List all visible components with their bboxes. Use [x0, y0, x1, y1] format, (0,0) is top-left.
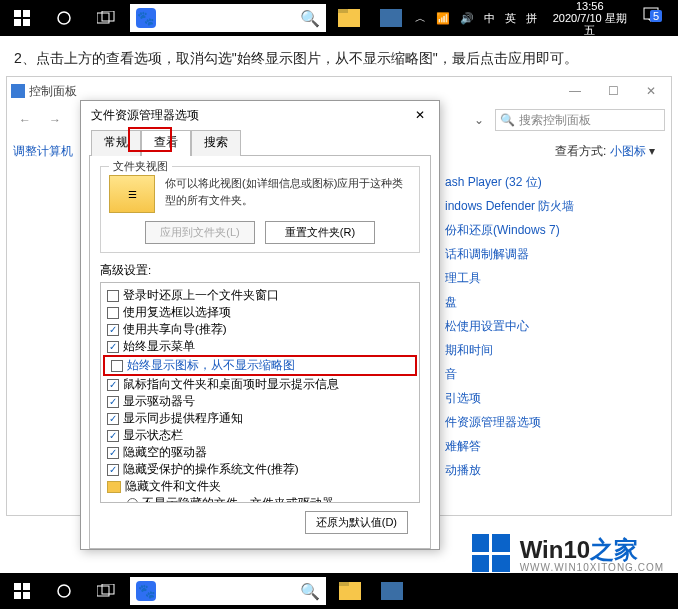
- cp-item[interactable]: 难解答: [445, 434, 665, 458]
- search-provider-icon: 🐾: [136, 8, 156, 28]
- checkbox[interactable]: [107, 379, 119, 391]
- settings-item-label: 使用复选框以选择项: [123, 305, 231, 320]
- brand-main: Win10: [520, 536, 590, 563]
- cp-item[interactable]: 期和时间: [445, 338, 665, 362]
- settings-item[interactable]: 隐藏受保护的操作系统文件(推荐): [103, 461, 417, 478]
- address-dropdown[interactable]: ⌄: [469, 113, 489, 127]
- cortana-button[interactable]: [46, 573, 82, 609]
- checkbox[interactable]: [107, 464, 119, 476]
- cp-item[interactable]: 盘: [445, 290, 665, 314]
- settings-item[interactable]: 显示同步提供程序通知: [103, 410, 417, 427]
- taskbar-search[interactable]: 🐾 🔍: [130, 4, 326, 32]
- task-view-button[interactable]: [88, 0, 124, 36]
- search-provider-icon: 🐾: [136, 581, 156, 601]
- tab-search[interactable]: 搜索: [191, 130, 241, 156]
- cp-item-label: ash Player (32 位): [445, 174, 542, 191]
- settings-item[interactable]: 隐藏空的驱动器: [103, 444, 417, 461]
- start-button[interactable]: [4, 573, 40, 609]
- settings-item[interactable]: 鼠标指向文件夹和桌面项时显示提示信息: [103, 376, 417, 393]
- settings-item-label: 鼠标指向文件夹和桌面项时显示提示信息: [123, 377, 339, 392]
- advanced-label: 高级设置:: [100, 263, 420, 278]
- settings-item[interactable]: 使用复选框以选择项: [103, 304, 417, 321]
- folder-icon: [107, 481, 121, 493]
- nav-back[interactable]: ←: [13, 108, 37, 132]
- view-value[interactable]: 小图标: [610, 144, 646, 158]
- task-view-button[interactable]: [88, 573, 124, 609]
- settings-item[interactable]: 不显示隐藏的文件、文件夹或驱动器: [103, 495, 417, 503]
- svg-rect-1: [23, 10, 30, 17]
- svg-point-4: [58, 12, 70, 24]
- cp-item[interactable]: indows Defender 防火墙: [445, 194, 665, 218]
- taskbar-explorer[interactable]: [332, 573, 368, 609]
- cp-item[interactable]: 份和还原(Windows 7): [445, 218, 665, 242]
- cp-item[interactable]: 件资源管理器选项: [445, 410, 665, 434]
- settings-item[interactable]: 始终显示图标，从不显示缩略图: [107, 357, 413, 374]
- taskbar-explorer[interactable]: [332, 0, 368, 36]
- cp-heading: 调整计算机: [7, 135, 81, 515]
- apply-to-folders-button[interactable]: 应用到文件夹(L): [145, 221, 255, 244]
- settings-group[interactable]: 隐藏文件和文件夹: [103, 478, 417, 495]
- cp-item[interactable]: 话和调制解调器: [445, 242, 665, 266]
- cortana-button[interactable]: [46, 0, 82, 36]
- volume-icon[interactable]: 🔊: [460, 12, 474, 25]
- checkbox[interactable]: [107, 341, 119, 353]
- cp-item-list-right: ash Player (32 位)indows Defender 防火墙份和还原…: [445, 170, 665, 482]
- checkbox[interactable]: [107, 307, 119, 319]
- ime-lang1[interactable]: 中: [484, 11, 495, 26]
- settings-item[interactable]: 始终显示菜单: [103, 338, 417, 355]
- settings-item[interactable]: 登录时还原上一个文件夹窗口: [103, 287, 417, 304]
- restore-defaults-button[interactable]: 还原为默认值(D): [305, 511, 408, 534]
- settings-item-label: 隐藏受保护的操作系统文件(推荐): [123, 462, 299, 477]
- checkbox[interactable]: [107, 290, 119, 302]
- cp-search[interactable]: 🔍 搜索控制面板: [495, 109, 665, 131]
- cp-item[interactable]: 音: [445, 362, 665, 386]
- taskbar-app[interactable]: [373, 0, 409, 36]
- cp-item[interactable]: 动播放: [445, 458, 665, 482]
- ime-mode[interactable]: 拼: [526, 11, 537, 26]
- tab-general[interactable]: 常规: [91, 130, 141, 156]
- checkbox[interactable]: [111, 360, 123, 372]
- folder-view-group: 文件夹视图 ☰ 你可以将此视图(如详细信息或图标)应用于这种类型的所有文件夹。 …: [100, 166, 420, 253]
- settings-item[interactable]: 显示驱动器号: [103, 393, 417, 410]
- windows-logo-icon: [472, 534, 510, 572]
- svg-rect-8: [338, 9, 348, 13]
- action-center-icon[interactable]: 5: [642, 6, 666, 30]
- checkbox[interactable]: [107, 396, 119, 408]
- cp-icon: [11, 84, 25, 98]
- dialog-titlebar: 文件资源管理器选项 ✕: [81, 101, 439, 129]
- system-tray: ︿ 📶 🔊 中 英 拼 13:56 2020/7/10 星期五 5: [415, 0, 674, 36]
- cp-item[interactable]: ash Player (32 位): [445, 170, 665, 194]
- bottom-taskbar: 🐾 🔍: [0, 573, 678, 609]
- reset-folders-button[interactable]: 重置文件夹(R): [265, 221, 375, 244]
- brand-suffix: 之家: [590, 536, 638, 563]
- svg-rect-12: [14, 583, 21, 590]
- red-highlight-row: 始终显示图标，从不显示缩略图: [103, 355, 417, 376]
- dialog-close-button[interactable]: ✕: [407, 104, 433, 126]
- close-button[interactable]: ✕: [637, 84, 665, 98]
- checkbox[interactable]: [107, 413, 119, 425]
- taskbar-app[interactable]: [374, 573, 410, 609]
- nav-forward[interactable]: →: [43, 108, 67, 132]
- folder-options-dialog: 文件资源管理器选项 ✕ 常规 查看 搜索 文件夹视图 ☰ 你可以将此视图(如详细…: [80, 100, 440, 550]
- checkbox[interactable]: [107, 430, 119, 442]
- settings-item[interactable]: 显示状态栏: [103, 427, 417, 444]
- minimize-button[interactable]: —: [561, 84, 589, 98]
- ime-lang2[interactable]: 英: [505, 11, 516, 26]
- checkbox[interactable]: [107, 324, 119, 336]
- svg-rect-14: [14, 592, 21, 599]
- network-icon[interactable]: 📶: [436, 12, 450, 25]
- cp-item[interactable]: 松使用设置中心: [445, 314, 665, 338]
- advanced-settings-list[interactable]: 登录时还原上一个文件夹窗口使用复选框以选择项使用共享向导(推荐)始终显示菜单始终…: [100, 282, 420, 503]
- svg-rect-2: [14, 19, 21, 26]
- clock[interactable]: 13:56 2020/7/10 星期五: [547, 0, 632, 36]
- maximize-button[interactable]: ☐: [599, 84, 627, 98]
- checkbox[interactable]: [107, 447, 119, 459]
- start-button[interactable]: [4, 0, 40, 36]
- settings-item-label: 显示驱动器号: [123, 394, 195, 409]
- cp-item[interactable]: 理工具: [445, 266, 665, 290]
- tab-view[interactable]: 查看: [141, 130, 191, 156]
- tray-chevron-icon[interactable]: ︿: [415, 11, 426, 26]
- taskbar-search[interactable]: 🐾 🔍: [130, 577, 326, 605]
- cp-item[interactable]: 引选项: [445, 386, 665, 410]
- settings-item[interactable]: 使用共享向导(推荐): [103, 321, 417, 338]
